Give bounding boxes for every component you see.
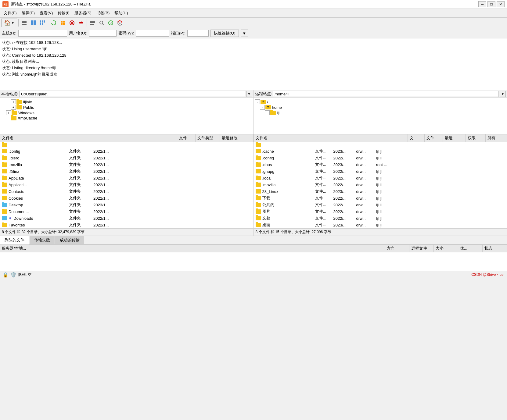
menu-item-1[interactable]: 编辑(E) (19, 9, 37, 17)
pass-input[interactable] (136, 30, 169, 37)
local-tree-item[interactable]: XmpCache (0, 116, 254, 121)
local-files-body[interactable]: .. .config 文件夹 2022/1... .idlerc 文件夹 202… (0, 142, 254, 228)
toolbar-queue[interactable] (88, 19, 97, 27)
toolbar-search[interactable] (97, 19, 106, 27)
queue-col-header-2[interactable]: 远程文件 (409, 245, 434, 252)
user-input[interactable] (89, 30, 117, 37)
local-file-row[interactable]: .mozilla 文件夹 2022/1... (0, 161, 254, 168)
file-name-cell: Favorites (0, 222, 49, 228)
local-file-row[interactable]: Documen... 文件夹 2022/1... (0, 208, 254, 215)
toolbar-disconnect[interactable] (77, 19, 85, 27)
local-file-row[interactable]: .Xilinx 文件夹 2022/1... (0, 168, 254, 175)
remote-file-row[interactable]: 文档 文件... 2022/... drw... ljl ljl (254, 215, 507, 222)
minimize-button[interactable]: ─ (478, 1, 486, 7)
local-tree[interactable]: + lijiale+ Public+ Windows XmpCache (0, 98, 254, 134)
menu-item-0[interactable]: 文件(F) (1, 9, 19, 17)
file-name-cell: 图片 (254, 208, 297, 215)
remote-path-dropdown[interactable]: ▼ (500, 91, 506, 97)
queue-col-header-0[interactable]: 服务器/本地... (0, 245, 385, 252)
connect-button[interactable]: 快速连接(Q) (210, 30, 239, 37)
local-file-row[interactable]: Favorites 文件夹 2022/1... (0, 222, 254, 228)
remote-file-row[interactable]: .local 文件... 2022/... drw... ljl ljl (254, 175, 507, 181)
file-type: 文件夹 (67, 215, 92, 221)
file-name: .config (9, 149, 20, 154)
menu-item-6[interactable]: 帮助(H) (112, 9, 130, 17)
local-tree-item[interactable]: + Public (0, 105, 254, 110)
remote-tree[interactable]: -?/-?home+ljl (254, 98, 507, 134)
remote-file-row[interactable]: .dbus 文件... 2023/... drw... root ... (254, 161, 507, 168)
remote-file-row[interactable]: .gnupg 文件... 2022/... drw... ljl ljl (254, 168, 507, 175)
tree-expand-icon[interactable]: + (11, 105, 16, 110)
remote-col-header-3[interactable]: 最近... (443, 134, 466, 142)
tree-expand-icon[interactable]: + (6, 110, 11, 115)
maximize-button[interactable]: □ (487, 1, 495, 7)
toolbar-btn-1[interactable] (20, 19, 28, 27)
menu-item-5[interactable]: 书签(B) (94, 9, 112, 17)
remote-path-input[interactable] (273, 91, 498, 97)
local-file-row[interactable]: AppData 文件夹 2022/1... (0, 175, 254, 181)
port-input[interactable] (187, 30, 209, 37)
tree-expand-icon[interactable]: + (265, 110, 270, 115)
remote-file-row[interactable]: 下载 文件... 2022/... drw... ljl ljl (254, 195, 507, 201)
local-file-row[interactable]: .idlerc 文件夹 2022/1... (0, 155, 254, 161)
remote-col-header-2[interactable]: 文件... (425, 134, 443, 142)
connect-dropdown[interactable]: ▼ (241, 30, 248, 37)
queue-col-header-5[interactable]: 状态 (483, 245, 507, 252)
local-file-row[interactable]: Cookies 文件夹 2022/1... (0, 195, 254, 201)
local-col-header-1[interactable]: 文件... (177, 134, 196, 142)
local-file-row[interactable]: .. (0, 142, 254, 148)
host-input[interactable] (18, 30, 67, 37)
queue-col-header-1[interactable]: 方向 (385, 245, 409, 252)
menu-item-4[interactable]: 服务器(S) (72, 9, 94, 17)
remote-col-header-0[interactable]: 文件名 (254, 134, 408, 142)
menu-item-2[interactable]: 查看(V) (37, 9, 55, 17)
local-tree-item[interactable]: + Windows (0, 110, 254, 116)
local-path-input[interactable] (20, 91, 245, 97)
local-file-row[interactable]: Contacts 文件夹 2022/1... (0, 188, 254, 195)
transfer-tab-2[interactable]: 成功的传输 (55, 236, 84, 244)
transfer-tab-0[interactable]: 列队的文件 (0, 236, 29, 244)
remote-file-row[interactable]: .cache 文件... 2023/... drw... ljl ljl (254, 148, 507, 155)
local-col-header-2[interactable]: 文件类型 (196, 134, 220, 142)
tree-expand-icon[interactable]: - (255, 99, 260, 104)
local-file-row[interactable]: Applicati... 文件夹 2022/1... (0, 181, 254, 188)
toolbar-sync[interactable]: ↺ (106, 19, 115, 27)
toolbar-btn-3[interactable] (38, 19, 47, 27)
local-col-header-3[interactable]: 最近修改 (220, 134, 254, 142)
queue-col-header-3[interactable]: 大小 (434, 245, 458, 252)
remote-tree-item[interactable]: -?/ (254, 99, 507, 105)
local-col-header-0[interactable]: 文件名 (0, 134, 177, 142)
toolbar-cancel[interactable] (68, 19, 76, 27)
transfer-tab-1[interactable]: 传输失败 (30, 236, 55, 244)
remote-col-header-5[interactable]: 所有... (486, 134, 507, 142)
remote-col-header-1[interactable]: 文... (408, 134, 425, 142)
local-path-dropdown[interactable]: ▼ (246, 91, 252, 97)
local-file-row[interactable]: Desktop 文件夹 2023/1... (0, 201, 254, 208)
svg-rect-21 (90, 22, 95, 23)
remote-col-header-4[interactable]: 权限 (466, 134, 486, 142)
remote-file-row[interactable]: 28_Linux 文件... 2023/... drw... ljl ljl (254, 188, 507, 195)
tree-expand-icon[interactable]: - (260, 105, 265, 110)
site-manager-dropdown[interactable]: 🏠▼ (1, 19, 17, 27)
remote-tree-item[interactable]: +ljl (254, 110, 507, 116)
remote-tree-item[interactable]: -?home (254, 105, 507, 110)
toolbar-speedometer[interactable] (116, 19, 124, 27)
local-file-row[interactable]: .config 文件夹 2022/1... (0, 148, 254, 155)
remote-file-row[interactable]: 图片 文件... 2022/... drw... ljl ljl (254, 208, 507, 215)
toolbar-btn-2[interactable] (29, 19, 38, 27)
tree-expand-icon[interactable]: + (11, 99, 16, 104)
remote-file-row[interactable]: .config 文件... 2022/... drw... ljl ljl (254, 155, 507, 161)
queue-col-header-4[interactable]: 优... (458, 245, 483, 252)
menu-item-3[interactable]: 传输(I) (55, 9, 72, 17)
close-button[interactable]: ✕ (497, 1, 505, 7)
local-tree-item[interactable]: + lijiale (0, 99, 254, 105)
remote-file-row[interactable]: 公共的 文件... 2022/... drw... ljl ljl (254, 201, 507, 208)
remote-file-row[interactable]: .. (254, 142, 507, 148)
remote-file-row[interactable]: .mozilla 文件... 2022/... drw... ljl ljl (254, 181, 507, 188)
file-size (297, 158, 313, 158)
toolbar-refresh[interactable] (49, 19, 58, 27)
toolbar-process[interactable] (59, 19, 67, 27)
remote-files-body[interactable]: .. .cache 文件... 2023/... drw... ljl ljl … (254, 142, 507, 228)
local-file-row[interactable]: ⬇Downloads 文件夹 2022/1... (0, 215, 254, 222)
remote-file-row[interactable]: 桌面 文件... 2023/... drw... ljl ljl (254, 222, 507, 228)
